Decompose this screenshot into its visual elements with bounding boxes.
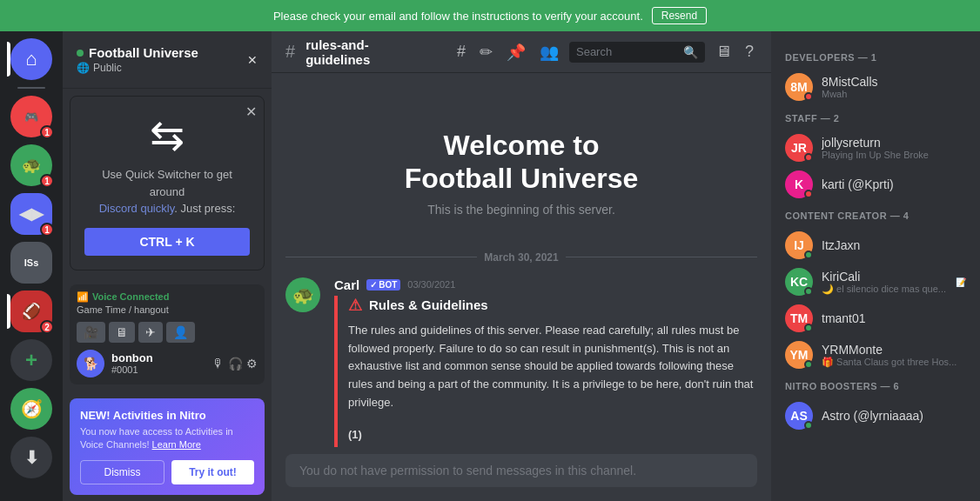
server-3[interactable]: ◀▶ 1 — [10, 193, 52, 235]
server-name-text: Football Universe — [89, 45, 198, 60]
member-name-karti: karti (@Kprti) — [822, 177, 966, 191]
server-2[interactable]: 🐢 1 — [10, 144, 52, 186]
member-status-jollysreturn: Playing Im Up She Broke — [822, 150, 966, 160]
voice-control-4[interactable]: 👤 — [166, 322, 195, 343]
resend-button[interactable]: Resend — [652, 7, 707, 24]
server-discord-home-wrapper: ⌂ — [10, 38, 52, 80]
add-server-button[interactable]: + — [10, 339, 52, 381]
member-name-8mistcalls: 8MistCalls — [822, 75, 966, 89]
voice-user-info: bonbon #0001 — [111, 351, 153, 375]
voice-user-avatar: 🐕 — [77, 350, 104, 377]
member-item-tmant01[interactable]: TM tmant01 — [778, 301, 973, 336]
channel-header: # rules-and-guidelines The rules and gui… — [272, 31, 771, 73]
edit-button[interactable]: ✏ — [476, 39, 496, 65]
member-name-jollysreturn: jollysreturn — [822, 136, 966, 150]
voice-user-tag: #0001 — [111, 364, 153, 375]
help-button[interactable]: ? — [742, 39, 757, 64]
settings-button[interactable]: ⚙ — [246, 357, 258, 371]
member-info-karti: karti (@Kprti) — [822, 177, 966, 191]
server-3-badge: 1 — [40, 223, 54, 237]
member-avatar-jollysreturn: JR — [785, 134, 813, 162]
server-2-badge: 1 — [40, 174, 54, 188]
member-name-astro: Astro (@lyrniaaaa) — [822, 409, 966, 423]
server-header[interactable]: Football Universe 🌐 Public ✕ — [63, 31, 272, 89]
status-dot-itzjaxn — [804, 250, 813, 259]
voice-user-controls: 🎙 🎧 ⚙ — [212, 357, 258, 371]
qs-highlight: Discord quickly — [99, 202, 174, 215]
voice-controls: 🎥 🖥 ✈ 👤 — [77, 322, 258, 343]
welcome-subtitle: This is the beginning of this server. — [285, 203, 757, 217]
close-popup-button[interactable]: ✕ — [245, 104, 257, 120]
member-avatar-astro: AS — [785, 402, 813, 430]
member-item-kiricali[interactable]: KC KiriCali 🌙 el silencio dice mas que..… — [778, 264, 973, 299]
server-iss-wrapper: ISs — [10, 242, 52, 284]
member-item-astro[interactable]: AS Astro (@lyrniaaaa) — [778, 398, 973, 433]
server-2-wrapper: 🐢 1 — [10, 144, 52, 186]
header-icons: # ✏ 📌 👥 🔍 🖥 ? — [453, 39, 757, 65]
member-item-itzjaxn[interactable]: IJ ItzJaxn — [778, 228, 973, 263]
member-sidebar: DEVELOPERS — 1 8M 8MistCalls Mwah STAFF … — [771, 31, 980, 501]
mute-button[interactable]: 🎙 — [212, 357, 225, 371]
quick-switcher-popup: ✕ ⇆ Use Quick Switcher to get aroundDisc… — [70, 96, 265, 271]
public-label: Public — [93, 62, 122, 74]
server-1[interactable]: 🎮 1 — [10, 96, 52, 137]
no-permission-text: You do not have permission to send messa… — [299, 464, 636, 478]
rule-1-number: (1) — [348, 428, 362, 441]
dismiss-button[interactable]: Dismiss — [80, 460, 164, 484]
member-category-staff: STAFF — 2 — [778, 106, 973, 127]
nitro-learn-more-link[interactable]: Learn More — [152, 439, 201, 450]
member-info-jollysreturn: jollysreturn Playing Im Up She Broke — [822, 136, 966, 160]
messages-area: Welcome to Football Universe This is the… — [272, 73, 771, 447]
welcome-title-line1: Welcome to — [444, 130, 600, 161]
server-name-container: Football Universe — [77, 45, 198, 60]
member-item-8mistcalls[interactable]: 8M 8MistCalls Mwah — [778, 70, 973, 104]
member-info-8mistcalls: 8MistCalls Mwah — [822, 75, 966, 99]
nitro-popup-buttons: Dismiss Try it out! — [80, 460, 254, 484]
server-iss[interactable]: ISs — [10, 242, 52, 284]
pin-button[interactable]: 📌 — [503, 39, 529, 65]
voice-user: 🐕 bonbon #0001 🎙 🎧 ⚙ — [77, 350, 258, 377]
voice-channel-name: Game Time / hangout — [77, 304, 258, 315]
members-button[interactable]: 👥 — [536, 39, 562, 65]
signal-icon: 📶 — [77, 291, 89, 303]
rules-paragraph-1: The rules and guidelines of this server.… — [348, 324, 753, 409]
server-football-wrapper: 🏈 2 — [10, 291, 52, 332]
server-list-divider — [17, 87, 45, 89]
nitro-activities-popup: NEW! Activities in Nitro You now have ac… — [70, 398, 265, 496]
member-item-karti[interactable]: K karti (@Kprti) — [778, 167, 973, 202]
message-carl: 🐢 Carl ✓ BOT 03/30/2021 ⚠ Rules & Guid — [285, 277, 757, 447]
server-discord-home[interactable]: ⌂ — [10, 38, 52, 80]
status-dot-tmant01 — [804, 324, 813, 332]
status-dot-kiricali — [804, 287, 813, 296]
member-category-nitro: NITRO BOOSTERS — 6 — [778, 374, 973, 395]
quick-switcher-shortcut[interactable]: CTRL + K — [84, 228, 250, 256]
search-input[interactable] — [576, 45, 680, 58]
main-layout: ⌂ 🎮 1 🐢 1 ◀▶ 1 ISs 🏈 2 + 🧭 — [0, 31, 980, 501]
server-football[interactable]: 🏈 2 — [10, 291, 52, 332]
member-status-yrmmonte: 🎁 Santa Claus got three Hos... — [822, 357, 966, 368]
voice-control-1[interactable]: 🎥 — [77, 322, 105, 343]
checkmark-icon: ✓ — [370, 280, 377, 290]
member-avatar-tmant01: TM — [785, 304, 813, 332]
server-online-dot — [77, 50, 84, 57]
date-divider-text: March 30, 2021 — [484, 251, 558, 264]
threads-button[interactable]: # — [453, 39, 469, 64]
inbox-button[interactable]: 🖥 — [712, 39, 735, 64]
headphone-button[interactable]: 🎧 — [228, 357, 243, 371]
voice-control-3[interactable]: ✈ — [138, 322, 163, 343]
message-input-area: You do not have permission to send messa… — [272, 447, 771, 501]
member-item-yrmmonte[interactable]: YM YRMMonte 🎁 Santa Claus got three Hos.… — [778, 337, 973, 372]
download-button[interactable]: ⬇ — [10, 437, 52, 478]
try-it-out-button[interactable]: Try it out! — [171, 460, 254, 484]
explore-servers-button[interactable]: 🧭 — [10, 388, 52, 430]
rules-text-2: (1) No NSFW or obscene content. This inc… — [348, 426, 757, 447]
server-public-badge: 🌐 Public — [77, 62, 198, 74]
main-content: # rules-and-guidelines The rules and gui… — [272, 31, 771, 501]
voice-username: bonbon — [111, 351, 153, 364]
member-item-jollysreturn[interactable]: JR jollysreturn Playing Im Up She Broke — [778, 130, 973, 165]
member-name-yrmmonte: YRMMonte — [822, 343, 966, 357]
message-avatar-carl: 🐢 — [285, 277, 320, 312]
status-dot-8mistcalls — [804, 92, 813, 101]
server-header-chevron-icon: ✕ — [247, 53, 258, 67]
voice-control-2[interactable]: 🖥 — [109, 322, 135, 343]
